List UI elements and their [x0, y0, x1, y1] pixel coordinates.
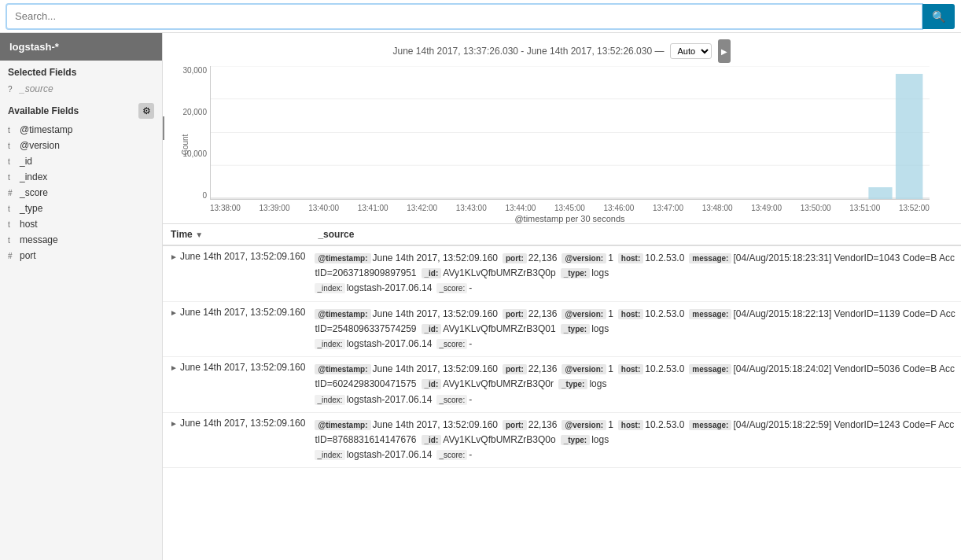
field-val-host: 10.2.53.0 [645, 308, 684, 319]
field-type-question: ? [8, 85, 16, 94]
field-key-id: _id: [422, 435, 442, 445]
interval-select[interactable]: Auto [670, 43, 712, 59]
field-val-index-highlight: _index: [315, 339, 344, 349]
row-time-expand-cell: ►June 14th 2017, 13:52:09.160 [163, 245, 310, 301]
chart-area: ◀ June 14th 2017, 13:37:26.030 - June 14… [163, 33, 961, 224]
expand-row-button-3[interactable]: ► [168, 419, 180, 428]
expand-row-button-0[interactable]: ► [168, 252, 180, 261]
available-fields-label: Available Fields [8, 105, 79, 116]
table-header-row: Time ▼ _source [163, 224, 961, 245]
field-key-message: message: [689, 420, 731, 430]
field-key-version: @version: [562, 420, 606, 430]
field-key-host: host: [618, 309, 643, 319]
row-source-cell: @timestamp:June 14th 2017, 13:52:09.160p… [310, 245, 961, 301]
x-label: 13:44:00 [505, 204, 536, 212]
col-time[interactable]: Time ▼ [163, 224, 310, 245]
field-name: _index [20, 171, 47, 182]
expand-row-button-1[interactable]: ► [168, 308, 180, 317]
field-key-id: _id: [422, 268, 442, 278]
field-val-score-highlight: _score: [436, 339, 467, 349]
sidebar-field-at-timestamp[interactable]: t@timestamp [0, 122, 162, 138]
sidebar-field-at-version[interactable]: t@version [0, 138, 162, 153]
field-type-badge: t [8, 157, 16, 166]
sidebar-field-score[interactable]: #_score [0, 185, 162, 201]
field-key-port: port: [503, 309, 527, 319]
field-val-timestamp: June 14th 2017, 13:52:09.160 [373, 308, 498, 319]
col-source: _source [310, 224, 961, 245]
field-val-port: 22,136 [528, 252, 558, 263]
sidebar-field-port[interactable]: #port [0, 248, 162, 263]
field-key-message: message: [689, 253, 731, 263]
x-label: 13:47:00 [653, 204, 683, 212]
x-label: 13:38:00 [210, 204, 241, 212]
available-fields-gear-button[interactable]: ⚙ [138, 103, 154, 119]
field-val-host: 10.2.53.0 [645, 363, 684, 374]
log-rows: ►June 14th 2017, 13:52:09.160@timestamp:… [163, 245, 961, 468]
chart-svg [210, 66, 930, 200]
content-area: ◀ June 14th 2017, 13:37:26.030 - June 14… [163, 33, 961, 560]
chart-wrapper: Count 30,000 20,000 10,000 0 [210, 66, 930, 223]
field-type-badge: t [8, 220, 16, 229]
table-row: ►June 14th 2017, 13:52:09.160@timestamp:… [163, 357, 961, 413]
y-label-0: 0 [202, 191, 207, 200]
field-val-type: logs [591, 434, 609, 445]
field-type-badge: t [8, 142, 16, 150]
field-val-type: logs [591, 323, 609, 334]
field-val-timestamp: June 14th 2017, 13:52:09.160 [373, 252, 498, 263]
field-key-port: port: [503, 253, 527, 263]
sidebar-field-message[interactable]: tmessage [0, 232, 162, 248]
results-area[interactable]: Time ▼ _source ►June 14th 2017, 13:52:09… [163, 224, 961, 560]
sidebar-field-host[interactable]: thost [0, 216, 162, 232]
x-axis-title: @timestamp per 30 seconds [210, 214, 930, 223]
x-axis-labels: 13:38:0013:39:0013:40:0013:41:0013:42:00… [210, 204, 930, 212]
field-key-type: _type: [561, 324, 590, 334]
sidebar-title: logstash-* [0, 33, 162, 61]
x-label: 13:40:00 [308, 204, 339, 212]
search-bar: 🔍 [0, 0, 961, 33]
field-val-index-highlight: _index: [315, 283, 344, 293]
field-key-timestamp: @timestamp: [315, 420, 370, 430]
field-val-version: 1 [608, 252, 613, 263]
field-val-port: 22,136 [528, 363, 558, 374]
selected-fields-label: Selected Fields [8, 67, 76, 78]
field-val-score: - [469, 282, 472, 293]
field-val-score-highlight: _score: [436, 450, 467, 460]
x-label: 13:41:00 [358, 204, 388, 212]
field-name: _type [20, 203, 42, 214]
field-val-type: logs [591, 267, 609, 278]
field-val-id: AVy1KLvQfbUMRZrB3Q0o [443, 434, 555, 445]
field-val-index-highlight: _index: [315, 395, 344, 405]
svg-rect-6 [868, 187, 892, 199]
selected-fields-header: Selected Fields [0, 61, 162, 81]
field-key-type: _type: [561, 268, 590, 278]
results-table: Time ▼ _source ►June 14th 2017, 13:52:09… [163, 224, 961, 468]
x-label: 13:43:00 [456, 204, 487, 212]
sidebar-field-type[interactable]: t_type [0, 201, 162, 216]
search-button[interactable]: 🔍 [922, 4, 955, 29]
fields-list: t@timestampt@versiont_idt_index#_scoret_… [0, 122, 162, 263]
search-input[interactable] [6, 4, 922, 29]
field-key-host: host: [618, 253, 643, 263]
field-type-badge: t [8, 204, 16, 213]
expand-row-button-2[interactable]: ► [168, 363, 180, 372]
field-val-id: AVy1KLvQfbUMRZrB3Q01 [443, 323, 555, 334]
field-val-score: - [469, 449, 472, 460]
x-label: 13:48:00 [702, 204, 733, 212]
x-label: 13:42:00 [407, 204, 437, 212]
sidebar-field-index[interactable]: t_index [0, 169, 162, 185]
field-source[interactable]: ? _source [0, 81, 162, 97]
table-row: ►June 14th 2017, 13:52:09.160@timestamp:… [163, 301, 961, 357]
chart-collapse-button[interactable]: ◀ [163, 116, 164, 140]
field-name: @version [20, 140, 60, 151]
chart-expand-button[interactable]: ▶ [718, 39, 731, 63]
available-fields-header: Available Fields ⚙ [0, 97, 162, 122]
field-val-score: - [469, 394, 472, 405]
field-val-index: logstash-2017.06.14 [347, 282, 433, 293]
row-time-expand-cell: ►June 14th 2017, 13:52:09.160 [163, 301, 310, 357]
field-val-id: AVy1KLvQfbUMRZrB3Q0p [443, 267, 555, 278]
x-label: 13:46:00 [604, 204, 635, 212]
sidebar-field-id[interactable]: t_id [0, 153, 162, 169]
x-label: 13:49:00 [751, 204, 782, 212]
field-val-score-highlight: _score: [436, 283, 467, 293]
field-name: host [20, 219, 38, 230]
